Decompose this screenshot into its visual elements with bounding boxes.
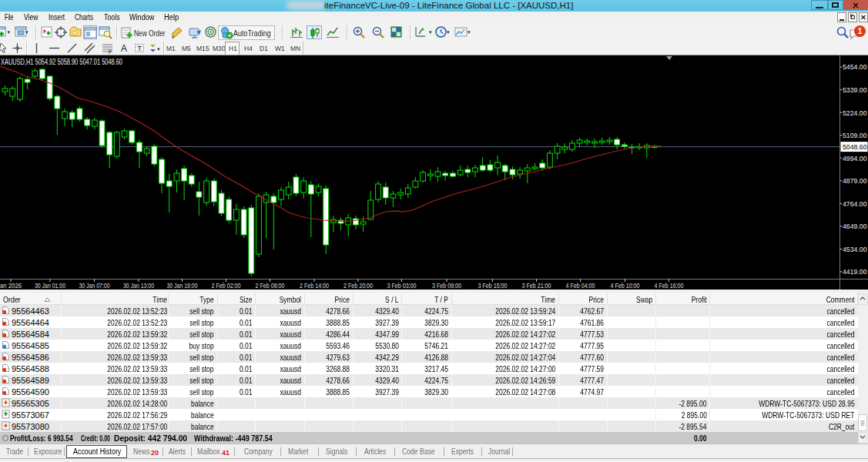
svg-text:2 Feb 20:00: 2 Feb 20:00: [344, 281, 373, 290]
svg-text:3 Feb 21:00: 3 Feb 21:00: [522, 281, 551, 290]
svg-text:30 Jan 07:00: 30 Jan 07:00: [79, 281, 110, 290]
svg-text:an 2026: an 2026: [0, 281, 22, 290]
svg-text:3 Feb 03:00: 3 Feb 03:00: [387, 281, 417, 290]
svg-text:3 Feb 15:00: 3 Feb 15:00: [478, 281, 508, 290]
svg-text:5339.00: 5339.00: [843, 85, 867, 94]
svg-text:4419.00: 4419.00: [843, 267, 867, 276]
svg-text:3 Feb 09:00: 3 Feb 09:00: [432, 281, 461, 290]
svg-text:4534.00: 4534.00: [843, 245, 867, 253]
svg-text:30 Jan 19:00: 30 Jan 19:00: [167, 281, 198, 290]
svg-text:T: T: [138, 45, 142, 52]
svg-text:5224.00: 5224.00: [843, 109, 867, 117]
svg-text:2 Feb 08:00: 2 Feb 08:00: [256, 281, 285, 290]
svg-text:4994.00: 4994.00: [843, 154, 867, 162]
svg-text:5048.60: 5048.60: [843, 142, 867, 151]
svg-text:30 Jan 13:00: 30 Jan 13:00: [123, 281, 154, 290]
svg-text:4764.00: 4764.00: [843, 199, 867, 208]
svg-text:4 Feb 10:00: 4 Feb 10:00: [611, 281, 640, 290]
svg-text:2 Feb 02:00: 2 Feb 02:00: [212, 281, 241, 290]
svg-text:XAUUSD,H1 5054.92 5058.90 504: XAUUSD,H1 5054.92 5058.90 5047.01 5048.6…: [1, 57, 122, 66]
svg-text:5109.00: 5109.00: [843, 131, 867, 139]
svg-text:4649.00: 4649.00: [843, 222, 867, 230]
svg-text:4 Feb 16:00: 4 Feb 16:00: [655, 281, 684, 290]
svg-text:4879.00: 4879.00: [843, 176, 867, 185]
svg-text:5454.00: 5454.00: [843, 62, 867, 71]
svg-text:2 Feb 14:00: 2 Feb 14:00: [300, 281, 329, 290]
svg-text:4 Feb 04:00: 4 Feb 04:00: [566, 281, 595, 290]
svg-text:F: F: [109, 49, 112, 55]
svg-text:A: A: [121, 43, 127, 54]
svg-text:30 Jan 01:00: 30 Jan 01:00: [35, 281, 65, 290]
